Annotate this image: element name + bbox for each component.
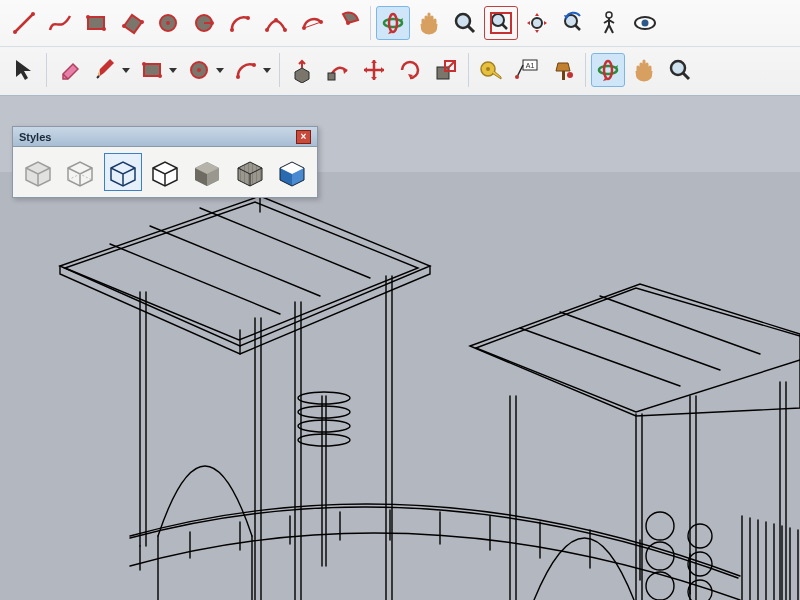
svg-line-55 bbox=[683, 73, 689, 79]
rotated-rectangle-tool[interactable] bbox=[115, 6, 149, 40]
circle-tool[interactable] bbox=[151, 6, 185, 40]
svg-point-57 bbox=[298, 406, 350, 418]
styles-panel-titlebar[interactable]: Styles × bbox=[13, 127, 317, 147]
pencil-tool[interactable] bbox=[88, 53, 122, 87]
svg-point-17 bbox=[274, 18, 278, 22]
svg-line-25 bbox=[468, 26, 474, 32]
styles-panel[interactable]: Styles × bbox=[12, 126, 318, 198]
svg-line-0 bbox=[15, 14, 33, 32]
svg-point-37 bbox=[158, 74, 162, 78]
svg-point-22 bbox=[384, 19, 402, 27]
svg-point-61 bbox=[646, 542, 674, 570]
svg-point-29 bbox=[532, 18, 542, 28]
svg-rect-50 bbox=[562, 71, 565, 80]
two-point-arc-tool[interactable] bbox=[259, 6, 293, 40]
followme-tool[interactable] bbox=[321, 53, 355, 87]
shaded-textures-style[interactable] bbox=[230, 153, 268, 191]
toolbar-separator bbox=[279, 53, 280, 87]
styles-swatches-row bbox=[13, 147, 317, 197]
svg-point-13 bbox=[230, 28, 234, 32]
svg-point-36 bbox=[142, 62, 146, 66]
svg-point-16 bbox=[283, 28, 287, 32]
svg-point-60 bbox=[646, 512, 674, 540]
svg-text:A1: A1 bbox=[526, 62, 535, 69]
shaded-style[interactable] bbox=[188, 153, 226, 191]
toolbar-separator bbox=[468, 53, 469, 87]
pushpull-tool[interactable] bbox=[285, 53, 319, 87]
svg-point-12 bbox=[210, 21, 214, 25]
svg-rect-35 bbox=[144, 64, 160, 76]
toolbar-area: A1 bbox=[0, 0, 800, 96]
chevron-down-icon bbox=[122, 68, 130, 73]
edit-toolbar: A1 bbox=[0, 46, 800, 92]
shape-tool[interactable] bbox=[135, 53, 169, 87]
tape-tool[interactable] bbox=[474, 53, 508, 87]
svg-point-41 bbox=[252, 63, 256, 67]
toolbar-separator bbox=[585, 53, 586, 87]
walk-tool[interactable] bbox=[592, 6, 626, 40]
svg-point-6 bbox=[122, 24, 126, 28]
zoom-extents-tool[interactable] bbox=[520, 6, 554, 40]
svg-point-15 bbox=[265, 28, 269, 32]
svg-point-21 bbox=[346, 21, 350, 25]
previous-view-tool[interactable] bbox=[556, 6, 590, 40]
back-edges-style[interactable] bbox=[61, 153, 99, 191]
zoom-tool[interactable] bbox=[448, 6, 482, 40]
rectangle-tool[interactable] bbox=[79, 6, 113, 40]
svg-point-52 bbox=[599, 66, 617, 74]
svg-line-27 bbox=[502, 24, 507, 29]
pan-tool-2[interactable] bbox=[627, 53, 661, 87]
svg-point-53 bbox=[604, 61, 612, 79]
zoom-window-tool[interactable] bbox=[484, 6, 518, 40]
orbit-tool-2[interactable] bbox=[591, 53, 625, 87]
paint-tool[interactable] bbox=[546, 53, 580, 87]
svg-point-34 bbox=[642, 20, 649, 27]
orbit-tool[interactable] bbox=[376, 6, 410, 40]
freehand-tool[interactable] bbox=[43, 6, 77, 40]
svg-point-63 bbox=[688, 524, 712, 548]
svg-point-32 bbox=[606, 12, 612, 18]
svg-point-39 bbox=[197, 68, 201, 72]
text-tool[interactable]: A1 bbox=[510, 53, 544, 87]
arc-tool[interactable] bbox=[223, 6, 257, 40]
monochrome-style[interactable] bbox=[273, 153, 311, 191]
eraser-tool[interactable] bbox=[52, 53, 86, 87]
svg-point-49 bbox=[515, 75, 519, 79]
svg-point-2 bbox=[31, 12, 35, 16]
svg-point-20 bbox=[319, 20, 323, 24]
circle-tool-2[interactable] bbox=[182, 53, 216, 87]
rotate-tool[interactable] bbox=[393, 53, 427, 87]
svg-point-7 bbox=[140, 20, 144, 24]
svg-point-24 bbox=[456, 14, 470, 28]
arc-tool-2[interactable] bbox=[229, 53, 263, 87]
svg-point-9 bbox=[166, 21, 170, 25]
styles-panel-title: Styles bbox=[19, 131, 51, 143]
zoom-tool-2[interactable] bbox=[663, 53, 697, 87]
scale-tool[interactable] bbox=[429, 53, 463, 87]
svg-point-54 bbox=[671, 61, 685, 75]
drawing-toolbar bbox=[0, 0, 800, 46]
wireframe-style[interactable] bbox=[104, 153, 142, 191]
three-point-arc-tool[interactable] bbox=[295, 6, 329, 40]
chevron-down-icon bbox=[169, 68, 177, 73]
svg-point-23 bbox=[389, 14, 397, 32]
svg-point-5 bbox=[102, 27, 106, 31]
svg-point-40 bbox=[236, 75, 240, 79]
line-tool[interactable] bbox=[7, 6, 41, 40]
select-tool[interactable] bbox=[7, 53, 41, 87]
svg-point-51 bbox=[567, 72, 573, 78]
svg-point-14 bbox=[246, 16, 250, 20]
polygon-tool[interactable] bbox=[187, 6, 221, 40]
svg-point-59 bbox=[298, 434, 350, 446]
svg-point-56 bbox=[298, 392, 350, 404]
move-tool[interactable] bbox=[357, 53, 391, 87]
svg-point-62 bbox=[646, 572, 674, 600]
svg-point-4 bbox=[86, 15, 90, 19]
hidden-line-style[interactable] bbox=[146, 153, 184, 191]
close-icon[interactable]: × bbox=[296, 130, 311, 144]
look-around-tool[interactable] bbox=[628, 6, 662, 40]
pie-tool[interactable] bbox=[331, 6, 365, 40]
chevron-down-icon bbox=[263, 68, 271, 73]
x-ray-style[interactable] bbox=[19, 153, 57, 191]
pan-tool[interactable] bbox=[412, 6, 446, 40]
